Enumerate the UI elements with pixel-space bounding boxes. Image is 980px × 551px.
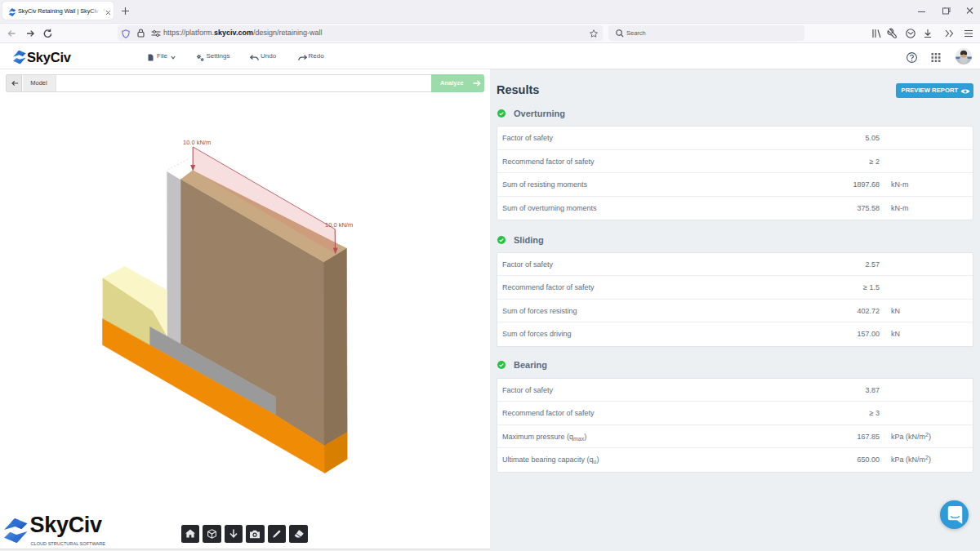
- svg-text:10.0 kN/m: 10.0 kN/m: [325, 221, 353, 229]
- svg-text:10.0 kN/m: 10.0 kN/m: [183, 139, 211, 146]
